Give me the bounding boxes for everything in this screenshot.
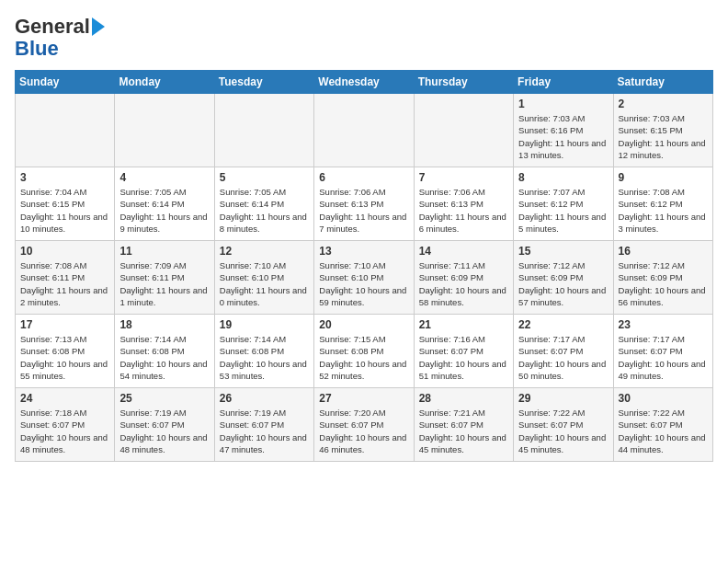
day-number: 30 xyxy=(619,392,708,405)
day-number: 2 xyxy=(619,98,708,110)
day-number: 29 xyxy=(518,392,608,405)
calendar-cell: 23Sunrise: 7:17 AM Sunset: 6:07 PM Dayli… xyxy=(613,315,712,388)
day-number: 3 xyxy=(20,171,109,184)
day-info: Sunrise: 7:06 AM Sunset: 6:13 PM Dayligh… xyxy=(419,186,508,235)
day-info: Sunrise: 7:15 AM Sunset: 6:08 PM Dayligh… xyxy=(319,333,408,382)
calendar-cell: 15Sunrise: 7:12 AM Sunset: 6:09 PM Dayli… xyxy=(514,241,613,315)
day-info: Sunrise: 7:03 AM Sunset: 6:16 PM Dayligh… xyxy=(518,112,608,161)
calendar-cell: 4Sunrise: 7:05 AM Sunset: 6:14 PM Daylig… xyxy=(115,167,214,241)
logo: General Blue xyxy=(15,15,105,59)
day-info: Sunrise: 7:17 AM Sunset: 6:07 PM Dayligh… xyxy=(619,333,708,382)
header-day-monday: Monday xyxy=(115,71,214,94)
day-info: Sunrise: 7:10 AM Sunset: 6:10 PM Dayligh… xyxy=(319,259,408,308)
day-number: 7 xyxy=(419,171,508,184)
calendar-cell: 12Sunrise: 7:10 AM Sunset: 6:10 PM Dayli… xyxy=(214,241,313,315)
day-info: Sunrise: 7:22 AM Sunset: 6:07 PM Dayligh… xyxy=(518,407,608,455)
header-day-friday: Friday xyxy=(514,71,613,94)
calendar-cell xyxy=(115,94,214,167)
day-number: 11 xyxy=(119,245,209,258)
day-number: 8 xyxy=(518,171,608,184)
week-row-5: 24Sunrise: 7:18 AM Sunset: 6:07 PM Dayli… xyxy=(16,388,713,462)
day-info: Sunrise: 7:08 AM Sunset: 6:11 PM Dayligh… xyxy=(20,259,109,308)
calendar-cell: 6Sunrise: 7:06 AM Sunset: 6:13 PM Daylig… xyxy=(314,167,414,241)
calendar-cell xyxy=(214,94,313,167)
header-day-tuesday: Tuesday xyxy=(214,71,313,94)
page-header: General Blue xyxy=(15,15,713,59)
day-info: Sunrise: 7:06 AM Sunset: 6:13 PM Dayligh… xyxy=(319,186,408,235)
day-number: 12 xyxy=(220,245,309,258)
calendar-cell: 3Sunrise: 7:04 AM Sunset: 6:15 PM Daylig… xyxy=(16,167,115,241)
calendar-cell: 13Sunrise: 7:10 AM Sunset: 6:10 PM Dayli… xyxy=(314,241,414,315)
day-info: Sunrise: 7:03 AM Sunset: 6:15 PM Dayligh… xyxy=(619,112,708,161)
calendar-cell: 30Sunrise: 7:22 AM Sunset: 6:07 PM Dayli… xyxy=(613,388,712,462)
day-number: 13 xyxy=(319,245,408,258)
header-day-thursday: Thursday xyxy=(414,71,513,94)
day-info: Sunrise: 7:09 AM Sunset: 6:11 PM Dayligh… xyxy=(119,259,209,308)
day-info: Sunrise: 7:21 AM Sunset: 6:07 PM Dayligh… xyxy=(419,407,508,455)
day-info: Sunrise: 7:16 AM Sunset: 6:07 PM Dayligh… xyxy=(419,333,508,382)
calendar-cell: 5Sunrise: 7:05 AM Sunset: 6:14 PM Daylig… xyxy=(214,167,313,241)
day-info: Sunrise: 7:04 AM Sunset: 6:15 PM Dayligh… xyxy=(20,186,109,235)
day-number: 15 xyxy=(518,245,608,258)
day-number: 16 xyxy=(619,245,708,258)
calendar-cell xyxy=(16,94,115,167)
day-info: Sunrise: 7:12 AM Sunset: 6:09 PM Dayligh… xyxy=(518,259,608,308)
day-info: Sunrise: 7:08 AM Sunset: 6:12 PM Dayligh… xyxy=(619,186,708,235)
day-info: Sunrise: 7:05 AM Sunset: 6:14 PM Dayligh… xyxy=(119,186,209,235)
logo-general: General xyxy=(15,15,90,39)
calendar-cell: 18Sunrise: 7:14 AM Sunset: 6:08 PM Dayli… xyxy=(115,315,214,388)
day-number: 5 xyxy=(220,171,309,184)
day-number: 26 xyxy=(220,392,309,405)
week-row-3: 10Sunrise: 7:08 AM Sunset: 6:11 PM Dayli… xyxy=(16,241,713,315)
calendar-cell: 26Sunrise: 7:19 AM Sunset: 6:07 PM Dayli… xyxy=(214,388,313,462)
day-number: 14 xyxy=(419,245,508,258)
day-number: 25 xyxy=(119,392,209,405)
calendar-cell: 27Sunrise: 7:20 AM Sunset: 6:07 PM Dayli… xyxy=(314,388,414,462)
logo-arrow-icon xyxy=(92,17,105,36)
day-info: Sunrise: 7:19 AM Sunset: 6:07 PM Dayligh… xyxy=(220,407,309,455)
header-day-sunday: Sunday xyxy=(16,71,115,94)
day-info: Sunrise: 7:20 AM Sunset: 6:07 PM Dayligh… xyxy=(319,407,408,455)
calendar-cell: 19Sunrise: 7:14 AM Sunset: 6:08 PM Dayli… xyxy=(214,315,313,388)
day-info: Sunrise: 7:11 AM Sunset: 6:09 PM Dayligh… xyxy=(419,259,508,308)
calendar-cell: 10Sunrise: 7:08 AM Sunset: 6:11 PM Dayli… xyxy=(16,241,115,315)
day-number: 19 xyxy=(220,318,309,331)
calendar-cell: 16Sunrise: 7:12 AM Sunset: 6:09 PM Dayli… xyxy=(613,241,712,315)
calendar-cell xyxy=(314,94,414,167)
week-row-2: 3Sunrise: 7:04 AM Sunset: 6:15 PM Daylig… xyxy=(16,167,713,241)
calendar-cell: 24Sunrise: 7:18 AM Sunset: 6:07 PM Dayli… xyxy=(16,388,115,462)
calendar-header: SundayMondayTuesdayWednesdayThursdayFrid… xyxy=(16,71,713,94)
day-number: 24 xyxy=(20,392,109,405)
day-number: 6 xyxy=(319,171,408,184)
calendar-cell: 9Sunrise: 7:08 AM Sunset: 6:12 PM Daylig… xyxy=(613,167,712,241)
header-row: SundayMondayTuesdayWednesdayThursdayFrid… xyxy=(16,71,713,94)
day-number: 10 xyxy=(20,245,109,258)
week-row-1: 1Sunrise: 7:03 AM Sunset: 6:16 PM Daylig… xyxy=(16,94,713,167)
calendar-cell: 11Sunrise: 7:09 AM Sunset: 6:11 PM Dayli… xyxy=(115,241,214,315)
calendar-cell: 28Sunrise: 7:21 AM Sunset: 6:07 PM Dayli… xyxy=(414,388,513,462)
day-info: Sunrise: 7:19 AM Sunset: 6:07 PM Dayligh… xyxy=(119,407,209,455)
calendar-cell: 14Sunrise: 7:11 AM Sunset: 6:09 PM Dayli… xyxy=(414,241,513,315)
day-number: 27 xyxy=(319,392,408,405)
day-number: 28 xyxy=(419,392,508,405)
calendar-cell: 8Sunrise: 7:07 AM Sunset: 6:12 PM Daylig… xyxy=(514,167,613,241)
day-info: Sunrise: 7:07 AM Sunset: 6:12 PM Dayligh… xyxy=(518,186,608,235)
calendar-cell: 29Sunrise: 7:22 AM Sunset: 6:07 PM Dayli… xyxy=(514,388,613,462)
day-info: Sunrise: 7:12 AM Sunset: 6:09 PM Dayligh… xyxy=(619,259,708,308)
day-info: Sunrise: 7:22 AM Sunset: 6:07 PM Dayligh… xyxy=(619,407,708,455)
day-info: Sunrise: 7:17 AM Sunset: 6:07 PM Dayligh… xyxy=(518,333,608,382)
calendar-cell xyxy=(414,94,513,167)
calendar-cell: 17Sunrise: 7:13 AM Sunset: 6:08 PM Dayli… xyxy=(16,315,115,388)
calendar-cell: 22Sunrise: 7:17 AM Sunset: 6:07 PM Dayli… xyxy=(514,315,613,388)
day-info: Sunrise: 7:14 AM Sunset: 6:08 PM Dayligh… xyxy=(220,333,309,382)
day-number: 21 xyxy=(419,318,508,331)
logo-blue: Blue xyxy=(15,39,59,59)
calendar-cell: 25Sunrise: 7:19 AM Sunset: 6:07 PM Dayli… xyxy=(115,388,214,462)
day-number: 20 xyxy=(319,318,408,331)
header-day-wednesday: Wednesday xyxy=(314,71,414,94)
calendar-cell: 21Sunrise: 7:16 AM Sunset: 6:07 PM Dayli… xyxy=(414,315,513,388)
day-number: 17 xyxy=(20,318,109,331)
week-row-4: 17Sunrise: 7:13 AM Sunset: 6:08 PM Dayli… xyxy=(16,315,713,388)
calendar-cell: 1Sunrise: 7:03 AM Sunset: 6:16 PM Daylig… xyxy=(514,94,613,167)
calendar-body: 1Sunrise: 7:03 AM Sunset: 6:16 PM Daylig… xyxy=(16,94,713,462)
